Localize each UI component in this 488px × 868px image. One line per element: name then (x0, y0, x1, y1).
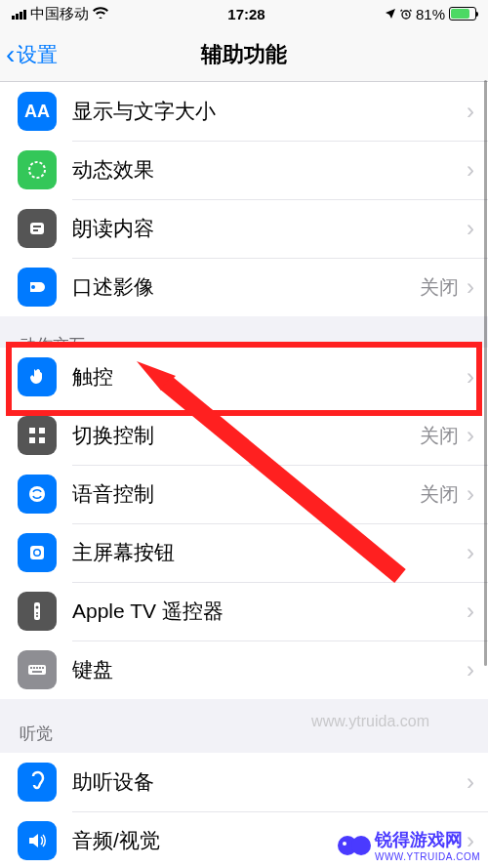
chevron-left-icon: ‹ (6, 39, 15, 70)
chevron-right-icon: › (467, 480, 474, 508)
svg-rect-19 (30, 667, 32, 669)
status-right: 81% (385, 6, 476, 22)
switch-control-icon (18, 416, 57, 455)
brand-url: WWW.YTRUIDA.COM (375, 851, 480, 862)
row-label: 语音控制 (72, 480, 420, 508)
keyboard-icon (18, 650, 57, 689)
chevron-right-icon: › (467, 598, 474, 625)
chevron-right-icon: › (467, 98, 474, 125)
vision-group: AA 显示与文字大小 › 动态效果 › 朗读内容 › 口述影像 关闭 › (0, 82, 488, 316)
motion-icon (18, 150, 57, 189)
interaction-group: 触控 › 切换控制 关闭 › 语音控制 关闭 › 主屏幕按钮 › (0, 348, 488, 699)
page-title: 辅助功能 (201, 40, 287, 69)
row-apple-tv-remote[interactable]: Apple TV 遥控器 › (0, 582, 488, 641)
svg-point-16 (36, 612, 38, 614)
svg-rect-6 (29, 428, 35, 434)
chevron-right-icon: › (467, 273, 474, 301)
audio-visual-icon (18, 821, 57, 860)
location-icon (385, 6, 396, 22)
row-label: 朗读内容 (72, 215, 467, 242)
voice-control-icon (18, 475, 57, 514)
row-label: Apple TV 遥控器 (72, 598, 467, 625)
svg-point-15 (36, 606, 39, 609)
row-label: 助听设备 (72, 768, 467, 796)
row-value: 关闭 (420, 423, 459, 449)
status-left: 中国移动 (12, 5, 108, 23)
speech-icon (18, 209, 57, 248)
chevron-right-icon: › (467, 215, 474, 242)
row-label: 动态效果 (72, 156, 467, 184)
row-voice-control[interactable]: 语音控制 关闭 › (0, 465, 488, 523)
row-spoken-content[interactable]: 朗读内容 › (0, 199, 488, 258)
battery-percent: 81% (416, 6, 445, 22)
battery-icon (449, 7, 476, 21)
row-home-button[interactable]: 主屏幕按钮 › (0, 523, 488, 582)
back-label: 设置 (17, 41, 58, 68)
svg-point-17 (36, 615, 38, 617)
row-label: 口述影像 (72, 273, 420, 301)
svg-rect-7 (39, 428, 45, 434)
nav-bar: ‹ 设置 辅助功能 (0, 27, 488, 82)
row-label: 主屏幕按钮 (72, 539, 467, 566)
footer-brand: 锐得游戏网 WWW.YTRUIDA.COM (338, 828, 480, 862)
row-value: 关闭 (420, 481, 459, 508)
interaction-header: 动作交互 (0, 316, 488, 348)
chevron-right-icon: › (467, 156, 474, 184)
row-label: 键盘 (72, 656, 467, 683)
svg-rect-20 (33, 667, 35, 669)
chevron-right-icon: › (467, 656, 474, 683)
chevron-right-icon: › (467, 768, 474, 796)
svg-point-5 (31, 285, 35, 289)
svg-rect-14 (34, 602, 40, 620)
alarm-icon (400, 6, 412, 22)
svg-rect-9 (39, 437, 45, 443)
svg-rect-21 (36, 667, 38, 669)
svg-rect-18 (28, 665, 46, 675)
svg-rect-23 (42, 667, 44, 669)
svg-point-10 (29, 486, 45, 502)
row-display-text-size[interactable]: AA 显示与文字大小 › (0, 82, 488, 141)
svg-point-13 (35, 551, 40, 556)
row-audio-descriptions[interactable]: 口述影像 关闭 › (0, 258, 488, 316)
wifi-icon (93, 6, 108, 21)
row-motion[interactable]: 动态效果 › (0, 141, 488, 199)
row-touch[interactable]: 触控 › (0, 348, 488, 406)
row-keyboards[interactable]: 键盘 › (0, 641, 488, 699)
chevron-right-icon: › (467, 539, 474, 566)
remote-icon (18, 592, 57, 631)
settings-list: AA 显示与文字大小 › 动态效果 › 朗读内容 › 口述影像 关闭 › (0, 82, 488, 868)
svg-point-1 (29, 162, 45, 178)
chevron-right-icon: › (467, 422, 474, 449)
touch-icon (18, 357, 57, 396)
carrier-label: 中国移动 (30, 5, 89, 23)
row-hearing-devices[interactable]: 助听设备 › (0, 753, 488, 811)
text-size-icon: AA (18, 92, 57, 131)
audio-desc-icon (18, 268, 57, 307)
row-label: 切换控制 (72, 422, 420, 449)
status-bar: 中国移动 17:28 81% (0, 0, 488, 27)
chevron-right-icon: › (467, 363, 474, 391)
row-value: 关闭 (420, 274, 459, 301)
signal-icon (12, 8, 26, 20)
back-button[interactable]: ‹ 设置 (0, 39, 58, 70)
brand-name: 锐得游戏网 (375, 830, 463, 849)
home-button-icon (18, 533, 57, 572)
svg-rect-24 (32, 671, 42, 673)
svg-rect-4 (33, 229, 38, 231)
scrollbar[interactable] (484, 80, 487, 666)
row-label: 触控 (72, 363, 467, 391)
row-label: 显示与文字大小 (72, 98, 467, 125)
svg-rect-2 (30, 223, 44, 234)
svg-rect-8 (29, 437, 35, 443)
status-time: 17:28 (227, 6, 264, 22)
ear-icon (18, 763, 57, 802)
gamepad-icon (338, 834, 371, 857)
svg-rect-3 (33, 226, 41, 227)
row-switch-control[interactable]: 切换控制 关闭 › (0, 406, 488, 465)
svg-rect-22 (39, 667, 41, 669)
hearing-header: 听觉 (0, 699, 488, 753)
